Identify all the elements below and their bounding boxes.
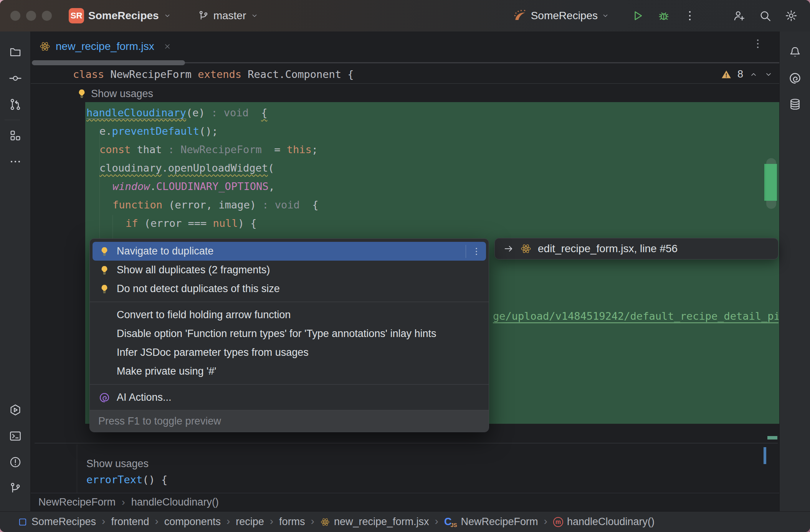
breadcrumb-separator: › xyxy=(155,515,158,527)
status-crumb-forms[interactable]: forms xyxy=(279,516,305,528)
problems-icon xyxy=(9,456,22,469)
tool-git-branch-button[interactable] xyxy=(5,477,26,499)
kebab-icon xyxy=(683,9,696,22)
tool-structure-button[interactable] xyxy=(5,125,26,146)
close-window-button[interactable] xyxy=(10,11,20,21)
menu-item-do-not-detect-duplicates-of-this-size[interactable]: Do not detect duplicates of this size xyxy=(93,279,486,298)
status-crumb-recipe[interactable]: recipe xyxy=(236,516,264,528)
status-crumb-somerecipes[interactable]: SomeRecipes xyxy=(18,516,96,528)
status-crumb-handlecloudinary[interactable]: mhandleCloudinary() xyxy=(553,516,655,528)
more-actions-button[interactable] xyxy=(681,7,699,25)
react-file-icon xyxy=(39,41,51,52)
menu-item-navigate-to-duplicate[interactable]: Navigate to duplicate xyxy=(93,242,486,261)
breadcrumb-newrecipeform[interactable]: NewRecipeForm xyxy=(38,496,116,508)
structure-icon xyxy=(9,129,22,142)
react-file-icon xyxy=(520,243,532,254)
scrollbar-highlight-mark xyxy=(764,164,777,201)
tool-commit-button[interactable] xyxy=(5,68,26,89)
debug-button[interactable] xyxy=(655,7,673,25)
next-problem-button[interactable] xyxy=(764,70,773,79)
tool-folder-button[interactable] xyxy=(5,41,26,63)
menu-item-disable-option-function-return-types-for-type-annotations-inlay-hints[interactable]: Disable option 'Function return types' f… xyxy=(93,324,486,343)
method-icon: m xyxy=(553,517,563,527)
editor-breadcrumb: NewRecipeForm›handleCloudinary() xyxy=(31,493,779,511)
scrollbar-mark-teal xyxy=(767,436,777,439)
tool-database-button[interactable] xyxy=(784,94,806,115)
code-editor[interactable]: handleCloudinary(e) : void {e.preventDef… xyxy=(86,104,318,233)
run-configuration-widget[interactable]: SomeRecipes xyxy=(511,8,612,23)
tool-more-button[interactable] xyxy=(5,151,26,172)
branch-name: master xyxy=(213,10,246,22)
minimize-window-button[interactable] xyxy=(26,11,36,21)
project-badge: SR xyxy=(69,8,84,23)
tool-terminal-button[interactable] xyxy=(5,425,26,447)
right-tool-stripe xyxy=(779,31,810,511)
settings-button[interactable] xyxy=(782,7,800,25)
bell-icon xyxy=(789,46,802,59)
search-everywhere-button[interactable] xyxy=(756,7,774,25)
tool-bell-button[interactable] xyxy=(784,41,806,63)
intention-actions-popup: Navigate to duplicateShow all duplicates… xyxy=(89,238,489,432)
code-line-errortext[interactable]: errorText() { xyxy=(86,474,167,486)
branch-widget[interactable]: master xyxy=(194,7,263,24)
menu-item-infer-jsdoc-parameter-types-from-usages[interactable]: Infer JSDoc parameter types from usages xyxy=(93,343,486,362)
run-button[interactable] xyxy=(629,7,646,25)
bulb-icon xyxy=(98,264,111,276)
status-crumb-frontend[interactable]: frontend xyxy=(111,516,149,528)
code-line: e.preventDefault(); xyxy=(86,122,318,140)
gear-icon xyxy=(785,9,798,22)
status-crumb-newrecipeform[interactable]: CJSNewRecipeForm xyxy=(444,516,538,528)
tab-underline-indicator xyxy=(32,60,185,65)
tool-problems-button[interactable] xyxy=(5,451,26,473)
navigate-to-duplicate-target[interactable]: edit_recipe_form.jsx, line #56 xyxy=(494,238,779,259)
maximize-window-button[interactable] xyxy=(42,11,52,21)
tab-options-button[interactable] xyxy=(752,38,764,50)
breadcrumb-separator: › xyxy=(311,515,314,527)
breadcrumb-separator: › xyxy=(102,515,105,527)
chevron-down-icon xyxy=(163,12,172,20)
project-icon xyxy=(18,517,28,527)
breadcrumb-separator: › xyxy=(270,515,273,527)
status-crumb-new-recipe-form-jsx[interactable]: new_recipe_form.jsx xyxy=(320,516,429,528)
menu-item-ai-actions[interactable]: AI Actions... xyxy=(93,388,486,407)
project-widget[interactable]: SR SomeRecipes xyxy=(65,6,175,26)
run-config-icon xyxy=(513,8,527,23)
breadcrumb-handlecloudinary[interactable]: handleCloudinary() xyxy=(131,496,219,508)
show-usages-hint-top[interactable]: Show usages xyxy=(76,86,153,101)
status-breadcrumb-bar: SomeRecipes›frontend›components›recipe›f… xyxy=(0,511,810,532)
menu-item-make-private-using[interactable]: Make private using '#' xyxy=(93,362,486,381)
breadcrumb-separator: › xyxy=(435,515,438,527)
project-name: SomeRecipes xyxy=(88,10,159,22)
show-usages-hint-bottom[interactable]: Show usages xyxy=(86,457,149,471)
database-icon xyxy=(789,98,802,111)
close-tab-icon[interactable] xyxy=(163,42,172,51)
menu-item-label: Make private using '#' xyxy=(117,365,216,377)
menu-item-show-all-duplicates-2-fragments[interactable]: Show all duplicates (2 fragments) xyxy=(93,261,486,279)
string-url-fragment[interactable]: ge/upload/v1484519242/default_recipe_det… xyxy=(493,310,779,326)
code-with-me-button[interactable] xyxy=(730,7,748,25)
tool-services-button[interactable] xyxy=(5,399,26,421)
menu-separator xyxy=(90,302,489,302)
user-plus-icon xyxy=(732,9,746,22)
previous-problem-button[interactable] xyxy=(749,70,758,79)
intention-more-options-button[interactable] xyxy=(466,245,481,258)
chevron-down-icon xyxy=(764,70,773,79)
menu-item-label: Infer JSDoc parameter types from usages xyxy=(117,347,309,359)
sticky-code-header[interactable]: class NewRecipeForm extends React.Compon… xyxy=(31,65,779,84)
code-line: const that : NewRecipeForm = this; xyxy=(86,140,318,159)
warning-icon xyxy=(721,69,732,80)
status-crumb-components[interactable]: components xyxy=(164,516,221,528)
code-line: if (error === null) { xyxy=(86,214,318,233)
tab-new-recipe-form[interactable]: new_recipe_form.jsx xyxy=(35,35,176,58)
bulb-icon xyxy=(98,283,111,295)
breadcrumb-separator: › xyxy=(226,515,230,527)
tool-ai-button[interactable] xyxy=(784,68,806,89)
kebab-icon xyxy=(752,38,764,50)
tool-pull-request-button[interactable] xyxy=(5,94,26,115)
lightbulb-icon xyxy=(76,88,88,99)
menu-item-convert-to-field-holding-arrow-function[interactable]: Convert to field holding arrow function xyxy=(93,306,486,324)
menu-item-label: Do not detect duplicates of this size xyxy=(117,283,280,295)
menu-item-label: Show all duplicates (2 fragments) xyxy=(117,264,270,276)
git-branch-icon xyxy=(9,482,22,495)
run-config-name: SomeRecipes xyxy=(531,10,598,22)
